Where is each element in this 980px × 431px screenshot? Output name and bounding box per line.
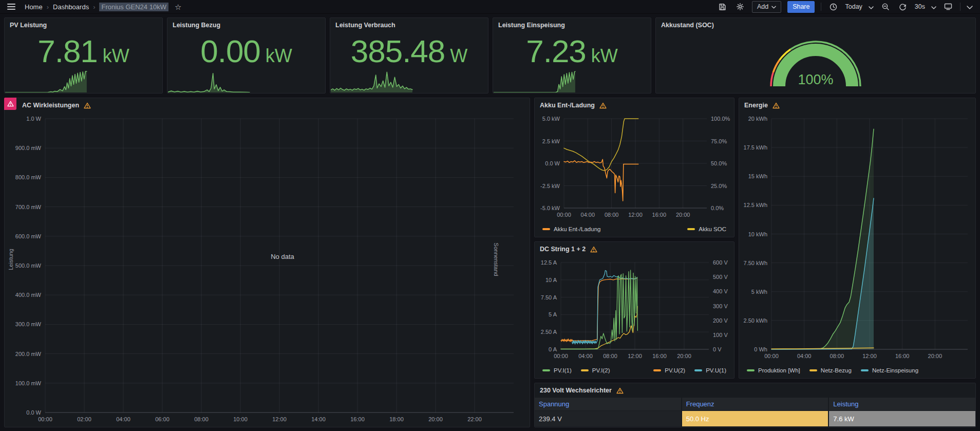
svg-text:400 V: 400 V: [713, 288, 728, 294]
svg-text:17.5 kWh: 17.5 kWh: [744, 144, 767, 151]
svg-text:16:00: 16:00: [652, 353, 667, 359]
energie-chart[interactable]: 00:0004:0008:0012:0016:0020:0020 kWh17.5…: [740, 113, 975, 363]
legend-item-netz-einspeisung[interactable]: Netz-Einspeisung: [861, 367, 918, 373]
stat-sparkline: [494, 69, 650, 92]
stat-unit: W: [450, 45, 467, 67]
stat-value: 7.23: [526, 35, 586, 67]
svg-text:200.0 mW: 200.0 mW: [15, 351, 42, 357]
svg-text:20:00: 20:00: [677, 353, 691, 359]
tv-mode-icon[interactable]: [943, 1, 954, 12]
panel-title[interactable]: Leistung Bezug: [173, 22, 220, 29]
no-data-message: No data: [35, 253, 530, 260]
svg-text:5 A: 5 A: [549, 311, 557, 317]
svg-text:10 kWh: 10 kWh: [748, 231, 767, 237]
time-range-clock-icon[interactable]: [827, 1, 839, 12]
svg-text:75.0%: 75.0%: [711, 138, 727, 144]
legend-item-akku-soc[interactable]: Akku SOC: [687, 226, 726, 232]
toolbar-collapse-chevron-icon[interactable]: [967, 2, 973, 11]
akku-chart[interactable]: 00:0004:0008:0012:0016:0020:005.0 kW2.5 …: [535, 113, 733, 221]
legend-item-pvu1[interactable]: PV.U(1): [694, 367, 726, 373]
svg-text:100.0 mW: 100.0 mW: [15, 380, 42, 386]
alerting-state-icon[interactable]: [4, 98, 16, 110]
svg-text:15 kWh: 15 kWh: [748, 173, 767, 179]
legend-item-pvi1[interactable]: PV.I(1): [542, 367, 572, 373]
svg-text:08:00: 08:00: [830, 353, 844, 359]
panel-title[interactable]: PV Leistung: [10, 22, 47, 29]
svg-text:0.0 W: 0.0 W: [26, 409, 41, 416]
panel-title[interactable]: Energie: [744, 102, 768, 109]
panel-leistung-bezug: Leistung Bezug 0.00kW: [167, 17, 326, 93]
svg-text:18:00: 18:00: [389, 416, 404, 422]
dashboard-settings-gear-icon[interactable]: [734, 1, 746, 12]
svg-text:12.5 kWh: 12.5 kWh: [744, 202, 767, 208]
panel-leistung-einspeisung: Leistung Einspeisung 7.23kW: [493, 17, 651, 93]
warning-triangle-icon[interactable]: [84, 102, 91, 109]
breadcrumb-home[interactable]: Home: [25, 3, 43, 11]
zoom-out-time-icon[interactable]: [880, 1, 891, 12]
svg-text:04:00: 04:00: [581, 212, 595, 218]
panel-leistung-verbrauch: Leistung Verbrauch 385.48W: [330, 17, 488, 93]
panel-title[interactable]: Leistung Verbrauch: [335, 22, 395, 29]
save-dashboard-icon[interactable]: [717, 1, 728, 12]
warning-triangle-icon[interactable]: [616, 387, 624, 394]
warning-triangle-icon[interactable]: [590, 246, 597, 253]
svg-text:900.0 mW: 900.0 mW: [15, 145, 42, 151]
panel-wechselrichter-table: 230 Volt Wechselrichter Spannung Frequen…: [534, 383, 976, 427]
dc-string-chart[interactable]: 00:0004:0008:0012:0016:0020:0012.5 A10 A…: [535, 256, 733, 363]
legend-item-pvu2[interactable]: PV.U(2): [653, 367, 685, 373]
svg-text:06:00: 06:00: [155, 416, 169, 422]
svg-text:2.50 kWh: 2.50 kWh: [744, 317, 767, 324]
stat-unit: kW: [103, 45, 129, 67]
svg-text:2.50 A: 2.50 A: [541, 329, 557, 335]
svg-text:14:00: 14:00: [311, 416, 326, 422]
panel-title[interactable]: Akkustand (SOC): [661, 22, 714, 29]
warning-triangle-icon[interactable]: [772, 102, 780, 109]
top-nav-bar: Home › Dashboards › Fronius GEN24 10kW ☆…: [0, 0, 980, 14]
warning-triangle-icon[interactable]: [599, 102, 607, 109]
time-range-chevron-icon[interactable]: [869, 2, 874, 11]
stat-sparkline: [331, 69, 487, 92]
svg-text:1.0 W: 1.0 W: [26, 116, 41, 122]
legend-item-akku-ent-ladung[interactable]: Akku Ent-/Ladung: [542, 226, 600, 232]
breadcrumb: Home › Dashboards › Fronius GEN24 10kW: [25, 3, 168, 11]
column-header-leistung[interactable]: Leistung: [829, 398, 975, 410]
refresh-interval-label[interactable]: 30s: [915, 3, 925, 10]
svg-text:08:00: 08:00: [194, 416, 209, 422]
svg-text:100.0%: 100.0%: [711, 116, 730, 122]
stat-unit: kW: [591, 45, 618, 67]
share-button[interactable]: Share: [787, 1, 815, 13]
refresh-interval-chevron-icon[interactable]: [931, 2, 936, 11]
svg-text:16:00: 16:00: [350, 416, 365, 422]
ac-wirkleistungen-chart[interactable]: 00:0002:0004:0006:0008:0010:0012:0014:00…: [5, 113, 529, 426]
svg-text:10:00: 10:00: [233, 416, 248, 422]
svg-text:12:00: 12:00: [272, 416, 287, 422]
svg-text:08:00: 08:00: [603, 353, 617, 359]
column-header-spannung[interactable]: Spannung: [535, 398, 681, 410]
panel-title[interactable]: AC Wirkleistungen: [22, 102, 79, 109]
dashboard-title[interactable]: Fronius GEN24 10kW: [99, 3, 168, 11]
svg-text:-5.0 kW: -5.0 kW: [540, 205, 560, 211]
menu-toggle-icon[interactable]: [7, 4, 15, 10]
soc-gauge: 100%: [766, 34, 865, 91]
panel-title[interactable]: DC String 1 + 2: [540, 246, 586, 253]
favorite-star-icon[interactable]: ☆: [175, 3, 181, 11]
legend-item-produktion[interactable]: Produktion [Wh]: [747, 367, 800, 373]
svg-text:600.0 mW: 600.0 mW: [15, 233, 42, 239]
svg-text:0 V: 0 V: [713, 346, 722, 352]
legend-item-pvi2[interactable]: PV.I(2): [581, 367, 610, 373]
refresh-icon[interactable]: [897, 1, 909, 12]
add-button[interactable]: Add: [752, 1, 781, 13]
column-header-frequenz[interactable]: Frequenz: [682, 398, 828, 410]
breadcrumb-dashboards[interactable]: Dashboards: [53, 3, 89, 11]
legend-item-netz-bezug[interactable]: Netz-Bezug: [809, 367, 852, 373]
time-range-label[interactable]: Today: [845, 3, 862, 10]
panel-title[interactable]: Akku Ent-/Ladung: [540, 102, 595, 109]
panel-title[interactable]: Leistung Einspeisung: [498, 22, 565, 29]
svg-text:10 A: 10 A: [545, 277, 557, 283]
svg-text:20:00: 20:00: [928, 353, 943, 359]
panel-akku-ent-ladung: Akku Ent-/Ladung 00:0004:0008:0012:0016:…: [534, 98, 734, 237]
svg-text:12.5 A: 12.5 A: [541, 259, 557, 266]
panel-dc-string: DC String 1 + 2 00:0004:0008:0012:0016:0…: [534, 241, 734, 379]
chevron-down-icon: [771, 3, 776, 10]
panel-title[interactable]: 230 Volt Wechselrichter: [540, 387, 612, 394]
